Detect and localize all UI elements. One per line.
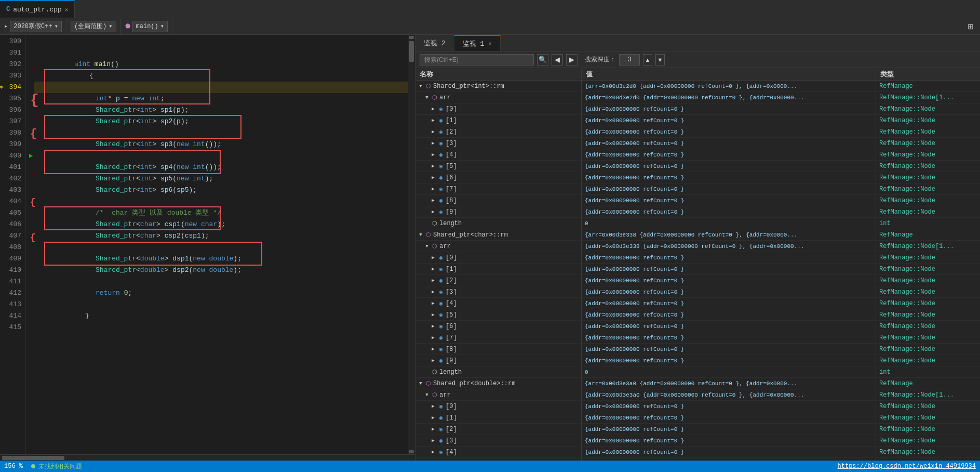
watch-row-char-8[interactable]: ◉[8] {addr=0x00000000 refCount=0 } RefMa… — [415, 344, 980, 355]
watch-row-int-2[interactable]: ◉ [2] {addr=0x00000000 refCount=0 } RefM… — [415, 126, 980, 138]
nav-back-btn[interactable]: ◀ — [552, 54, 563, 65]
code-scrollbar[interactable] — [408, 35, 415, 454]
node-icon-6: ◉ — [437, 174, 445, 181]
watch-type-sp-int-rm: RefManage — [876, 81, 980, 91]
expand-icon-sp-char-arr[interactable] — [424, 243, 430, 250]
watch-value-arr-int: {addr=0x00d3e2d0 {addr=0x00000000 refCou… — [582, 92, 876, 103]
expand-icon-int-1[interactable] — [430, 117, 436, 124]
watch-tab-2[interactable]: 监视 2 — [415, 35, 454, 51]
func-section: ⬟ main() ▾ — [121, 18, 172, 34]
watch-value-int-4: {addr=0x00000000 refCount=0 } — [582, 149, 876, 160]
watch-double-type-icon: ⬡ — [425, 380, 432, 387]
bottom-status-bar: 156 % 未找到相关问题 https://blog.csdn.net/weix… — [0, 461, 980, 472]
watch-row-char-5[interactable]: ◉[5] {addr=0x00000000 refCount=0 } RefMa… — [415, 309, 980, 321]
tab-auto-ptr[interactable]: C auto_ptr.cpp ✕ — [0, 0, 75, 18]
watch-tab-1[interactable]: 监视 1 ✕ — [454, 35, 501, 51]
watch-row-dbl-4[interactable]: ◉[4] {addr=0x00000000 refCount=0 } RefMa… — [415, 447, 980, 458]
watch-row-sp-int-rm[interactable]: ⬡ Shared_ptr<int>::rm {arr=0x00d3e2d0 {a… — [415, 81, 980, 92]
watch-type-arr-int: RefManage::Node[1... — [876, 92, 980, 103]
watch-row-char-9[interactable]: ◉[9] {addr=0x00000000 refCount=0 } RefMa… — [415, 355, 980, 366]
func-dropdown[interactable]: main() ▾ — [132, 21, 168, 32]
expand-icon-int-4[interactable] — [430, 152, 436, 158]
watch-row-sp-char-rm[interactable]: ⬡ Shared_ptr<char>::rm {arr=0x00d3e338 {… — [415, 229, 980, 241]
watch-row-int-8[interactable]: ◉ [8] {addr=0x00000000 refCount=0 } RefM… — [415, 195, 980, 206]
watch-row-dbl-1[interactable]: ◉[1] {addr=0x00000000 refCount=0 } RefMa… — [415, 412, 980, 424]
code-line-404: /* char 类型 以及 double 类型 */ — [34, 196, 408, 207]
expand-icon-sp-int-rm[interactable] — [418, 83, 424, 89]
watch-row-char-4[interactable]: ◉[4] {addr=0x00000000 refCount=0 } RefMa… — [415, 298, 980, 309]
expand-icon-int-3[interactable] — [430, 140, 436, 147]
expand-icon-int-9[interactable] — [430, 209, 436, 215]
expand-icon-int-7[interactable] — [430, 186, 436, 192]
watch-row-sp-int-arr[interactable]: ⬡ arr {addr=0x00d3e2d0 {addr=0x00000000 … — [415, 92, 980, 103]
watch-row-sp-double-arr[interactable]: ⬡ arr {addr=0x00d3e3a0 {addr=0x00000000 … — [415, 389, 980, 401]
watch-row-int-5[interactable]: ◉ [5] {addr=0x00000000 refCount=0 } RefM… — [415, 161, 980, 172]
expand-icon-int-8[interactable] — [430, 198, 436, 204]
watch-row-dbl-0[interactable]: ◉[0] {addr=0x00000000 refCount=0 } RefMa… — [415, 401, 980, 412]
watch-index-2: [2] — [446, 128, 457, 136]
depth-down-btn[interactable]: ▼ — [655, 54, 665, 65]
scope-label: (全局范围) — [74, 22, 106, 31]
watch-index-9: [9] — [446, 208, 457, 216]
watch-row-dbl-3[interactable]: ◉[3] {addr=0x00000000 refCount=0 } RefMa… — [415, 435, 980, 447]
watch-row-int-length[interactable]: ⬡ length 0 int — [415, 218, 980, 229]
search-icon-btn[interactable]: 🔍 — [537, 54, 548, 65]
watch-row-int-3[interactable]: ◉ [3] {addr=0x00000000 refCount=0 } RefM… — [415, 138, 980, 149]
code-line-395: Shared_ptr<int> sp1(p); — [34, 93, 408, 104]
watch-row-int-6[interactable]: ◉ [6] {addr=0x00000000 refCount=0 } RefM… — [415, 172, 980, 183]
watch-body[interactable]: ⬡ Shared_ptr<int>::rm {arr=0x00d3e2d0 {a… — [415, 81, 980, 461]
watch-row-char-2[interactable]: ◉[2] {addr=0x00000000 refCount=0 } RefMa… — [415, 275, 980, 286]
watch-value-sp-double-rm: {arr=0x00d3e3a0 {addr=0x00000000 refCoun… — [582, 378, 876, 389]
watch-type-length-int: int — [876, 218, 980, 229]
expand-icon-int-5[interactable] — [430, 163, 436, 169]
scope-chevron-icon: ▾ — [109, 22, 112, 30]
expand-icon-int-6[interactable] — [430, 175, 436, 181]
watch-row-int-0[interactable]: ◉ [0] {addr=0x00000000 refCount=0 } RefM… — [415, 103, 980, 115]
watch-row-int-4[interactable]: ◉ [4] {addr=0x00000000 refCount=0 } RefM… — [415, 149, 980, 161]
depth-up-btn[interactable]: ▲ — [643, 54, 652, 65]
expand-icon-int-0[interactable] — [430, 106, 436, 112]
watch-row-int-7[interactable]: ◉ [7] {addr=0x00000000 refCount=0 } RefM… — [415, 183, 980, 195]
expand-icon-sp-int-arr[interactable] — [424, 95, 430, 101]
watch-row-char-3[interactable]: ◉[3] {addr=0x00000000 refCount=0 } RefMa… — [415, 286, 980, 298]
expand-icon-sp-double-arr[interactable] — [424, 392, 430, 398]
expand-btn[interactable]: ⊞ — [965, 21, 976, 32]
node-icon-8: ◉ — [437, 197, 445, 204]
watch-row-char-6[interactable]: ◉[6] {addr=0x00000000 refCount=0 } RefMa… — [415, 321, 980, 332]
url-link[interactable]: https://blog.csdn.net/weixin_44919934 — [838, 463, 976, 470]
watch-row-sp-char-arr[interactable]: ⬡ arr {addr=0x00d3e338 {addr=0x00000000 … — [415, 241, 980, 252]
toolbar: ▸ 2020寒假C++ ▾ (全局范围) ▾ ⬟ main() ▾ ⊞ — [0, 18, 980, 35]
tab-close-btn[interactable]: ✕ — [65, 6, 69, 13]
expand-icon-sp-double-rm[interactable] — [418, 381, 424, 387]
watch-row-char-length[interactable]: ⬡ length 0 int — [415, 366, 980, 378]
watch-type-sp-double-rm: RefManage — [876, 378, 980, 389]
scope-dropdown[interactable]: (全局范围) ▾ — [71, 21, 116, 32]
func-chevron-icon: ▾ — [160, 22, 164, 30]
code-line-413: } — [34, 299, 408, 310]
project-section: ▸ 2020寒假C++ ▾ — [0, 18, 66, 34]
project-dropdown[interactable]: 2020寒假C++ ▾ — [10, 21, 62, 32]
watch-type-int-2: RefManage::Node — [876, 126, 980, 137]
h-scrollbar[interactable] — [0, 454, 415, 461]
watch-row-char-0[interactable]: ◉[0] {addr=0x00000000 refCount=0 } RefMa… — [415, 252, 980, 264]
watch-row-int-9[interactable]: ◉ [9] {addr=0x00000000 refCount=0 } RefM… — [415, 206, 980, 218]
code-content: 390 391 392 393 394 ⟹ 395 396 397 398 39… — [0, 35, 415, 454]
watch-row-sp-double-rm[interactable]: ⬡ Shared_ptr<double>::rm {arr=0x00d3e3a0… — [415, 378, 980, 389]
watch-row-char-7[interactable]: ◉[7] {addr=0x00000000 refCount=0 } RefMa… — [415, 332, 980, 344]
code-lines[interactable]: ⊟int main() { int* p = new int; Shared_p… — [26, 35, 408, 454]
expand-icon-sp-char-rm[interactable] — [418, 232, 424, 238]
watch-search-input[interactable] — [420, 54, 534, 65]
exp-char-0[interactable] — [430, 255, 436, 261]
watch-type-int-1: RefManage::Node — [876, 115, 980, 126]
watch-value-int-9: {addr=0x00000000 refCount=0 } — [582, 206, 876, 217]
watch-row-char-1[interactable]: ◉[1] {addr=0x00000000 refCount=0 } RefMa… — [415, 264, 980, 275]
code-line-391: ⊟int main() — [34, 47, 408, 59]
expand-icon-int-2[interactable] — [430, 129, 436, 135]
watch-index-4: [4] — [446, 151, 457, 159]
project-icon: ▸ — [4, 22, 8, 30]
watch-tab-close[interactable]: ✕ — [488, 40, 492, 47]
nav-fwd-btn[interactable]: ▶ — [566, 54, 578, 65]
watch-row-int-1[interactable]: ◉ [1] {addr=0x00000000 refCount=0 } RefM… — [415, 115, 980, 126]
watch-row-dbl-2[interactable]: ◉[2] {addr=0x00000000 refCount=0 } RefMa… — [415, 424, 980, 435]
header-name: 名称 — [415, 70, 582, 79]
